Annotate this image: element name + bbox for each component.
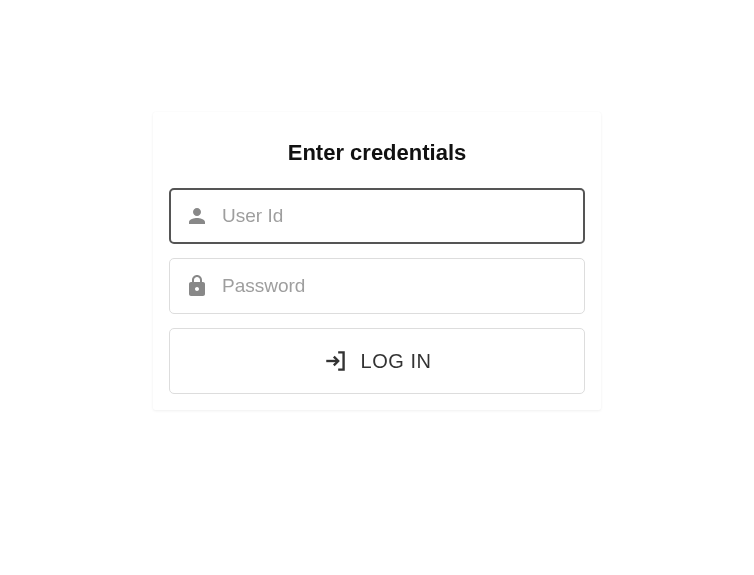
person-icon xyxy=(184,203,210,229)
login-card: Enter credentials LOG IN xyxy=(153,112,601,410)
login-button[interactable]: LOG IN xyxy=(169,328,585,394)
login-icon xyxy=(323,348,349,374)
password-field-wrapper[interactable] xyxy=(169,258,585,314)
card-title: Enter credentials xyxy=(169,140,585,166)
lock-icon xyxy=(184,273,210,299)
login-button-label: LOG IN xyxy=(361,350,432,373)
user-id-input[interactable] xyxy=(222,205,570,227)
password-input[interactable] xyxy=(222,275,570,297)
user-id-field-wrapper[interactable] xyxy=(169,188,585,244)
